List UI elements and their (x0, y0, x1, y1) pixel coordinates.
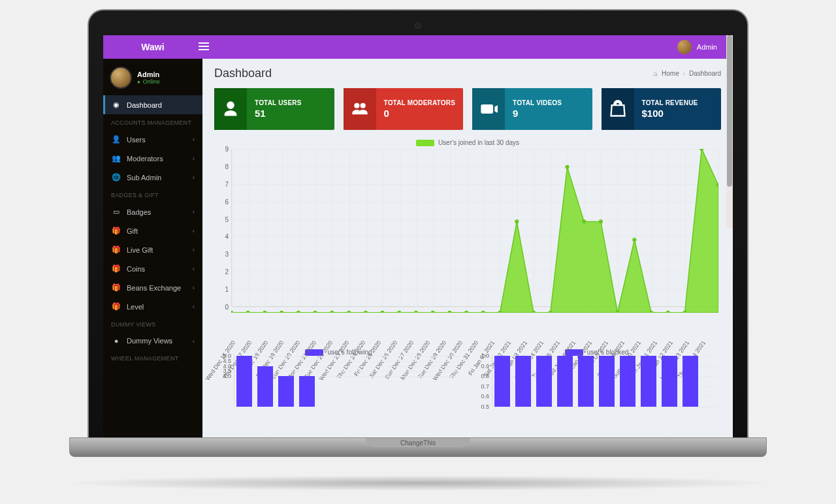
users-icon (344, 88, 376, 130)
y-tick: 7 (214, 180, 229, 187)
y-tick: 0.5 (472, 403, 489, 410)
chevron-left-icon: ‹ (193, 265, 195, 272)
legend-label: User's joined in last 30 days (438, 139, 519, 146)
svg-point-0 (231, 311, 233, 313)
home-icon: ⌂ (654, 70, 658, 77)
stat-value: 9 (513, 108, 562, 119)
y-tick: 0 (214, 304, 229, 311)
scrollbar[interactable] (726, 35, 733, 228)
sidebar-item-beans-exchange[interactable]: 🎁Beans Exchange‹ (103, 278, 202, 297)
y-tick: 6 (214, 198, 229, 205)
bar (599, 356, 615, 407)
breadcrumb: ⌂ Home › Dashboard (654, 70, 721, 77)
stat-value: $100 (642, 108, 698, 119)
users-following-chart: user's following 3.03.54.04.55.0 (214, 349, 463, 407)
brand-logo[interactable]: Wawi (112, 42, 193, 52)
y-tick: 0.8 (472, 373, 489, 379)
sidebar: Admin Online ◉DashboardACCOUNTS MANAGEME… (103, 59, 202, 437)
svg-point-1 (246, 311, 250, 313)
topbar-user-name: Admin (697, 43, 717, 51)
y-tick: 4 (214, 233, 229, 240)
laptop-mockup: Wawi Admin Admin (88, 9, 748, 479)
users-blocked-chart: user's blocked 0.50.60.70.80.91.0 (472, 349, 721, 407)
sidebar-item-label: Moderators (127, 155, 193, 163)
svg-point-5 (314, 311, 317, 313)
scrollbar-thumb[interactable] (727, 35, 732, 187)
sidebar-header: WHEEL MANAGEMENT (103, 350, 202, 366)
y-tick: 2 (214, 268, 229, 276)
svg-point-12 (431, 311, 435, 313)
sidebar-username: Admin (137, 71, 160, 78)
sidebar-item-users[interactable]: 👤Users‹ (103, 130, 202, 149)
dashboard-icon: ◉ (111, 101, 121, 109)
stat-label: TOTAL MODERATORS (384, 99, 456, 106)
sidebar-profile[interactable]: Admin Online (103, 59, 202, 95)
stat-card-total-users[interactable]: TOTAL USERS51 (214, 88, 334, 130)
breadcrumb-home[interactable]: Home (662, 70, 679, 77)
sidebar-item-badges[interactable]: ▭Badges‹ (103, 202, 202, 221)
gift-icon: 🎁 (111, 245, 121, 254)
sidebar-item-moderators[interactable]: 👥Moderators‹ (103, 149, 202, 168)
bar (683, 356, 698, 407)
svg-point-17 (515, 219, 519, 223)
laptop-camera (415, 22, 421, 29)
bag-icon (602, 88, 634, 130)
svg-point-7 (347, 311, 351, 313)
stat-card-total-moderators[interactable]: TOTAL MODERATORS0 (344, 88, 464, 130)
avatar (677, 40, 692, 54)
y-tick: 0.6 (472, 393, 489, 400)
sidebar-item-dashboard[interactable]: ◉Dashboard (103, 95, 202, 114)
sidebar-status: Online (137, 78, 160, 85)
svg-point-11 (414, 311, 418, 313)
sidebar-header: Dummy Views (103, 316, 202, 332)
sidebar-item-live-gift[interactable]: 🎁Live Gift‹ (103, 240, 202, 259)
svg-point-2 (263, 311, 266, 313)
sidebar-header: ACCOUNTS MANAGEMENT (103, 114, 202, 130)
chevron-left-icon: ‹ (193, 208, 195, 215)
sidebar-item-dummy-views[interactable]: ●Dummy Views‹ (103, 332, 202, 350)
hamburger-button[interactable] (193, 38, 214, 56)
breadcrumb-current: Dashboard (689, 70, 721, 77)
bar (515, 356, 531, 407)
book-icon: ▭ (111, 208, 121, 216)
sidebar-item-level[interactable]: 🎁Level‹ (103, 297, 202, 316)
svg-point-21 (582, 219, 586, 223)
stat-card-total-revenue[interactable]: TOTAL REVENUE$100 (602, 88, 722, 130)
svg-point-26 (666, 311, 670, 313)
svg-point-20 (565, 165, 569, 169)
legend-swatch (416, 140, 434, 146)
sidebar-item-label: Live Gift (127, 246, 193, 254)
stat-value: 51 (255, 108, 302, 119)
y-tick: 9 (214, 146, 229, 153)
topbar-user-menu[interactable]: Admin (677, 40, 724, 54)
bar (578, 356, 594, 407)
bar (557, 356, 573, 407)
sidebar-item-gift[interactable]: 🎁Gift‹ (103, 221, 202, 240)
breadcrumb-separator: › (683, 70, 685, 77)
y-tick: 3 (214, 251, 229, 258)
stat-value: 0 (384, 108, 456, 119)
bar (278, 376, 294, 407)
svg-point-8 (364, 311, 368, 313)
gift-icon: 🎁 (111, 283, 121, 292)
sidebar-item-label: Beans Exchange (127, 284, 193, 292)
sidebar-item-label: Sub Admin (127, 174, 193, 181)
bar (662, 356, 677, 407)
sidebar-item-label: Badges (127, 208, 193, 216)
bar (536, 356, 552, 407)
page-title: Dashboard (214, 67, 272, 80)
svg-point-6 (330, 311, 334, 313)
bar (641, 356, 656, 407)
bar (257, 366, 273, 407)
bar (494, 356, 510, 407)
user-icon (214, 88, 247, 130)
laptop-base-label: ChangeThis (366, 438, 470, 447)
stat-card-total-videos[interactable]: TOTAL VIDEOS9 (472, 88, 592, 130)
sidebar-item-sub-admin[interactable]: 🌐Sub Admin‹ (103, 168, 202, 187)
svg-point-13 (447, 311, 451, 313)
sidebar-item-label: Dashboard (127, 101, 195, 109)
sidebar-item-coins[interactable]: 🎁Coins‹ (103, 259, 202, 278)
chevron-left-icon: ‹ (193, 246, 195, 253)
chevron-left-icon: ‹ (193, 174, 195, 181)
y-tick: 8 (214, 163, 229, 170)
